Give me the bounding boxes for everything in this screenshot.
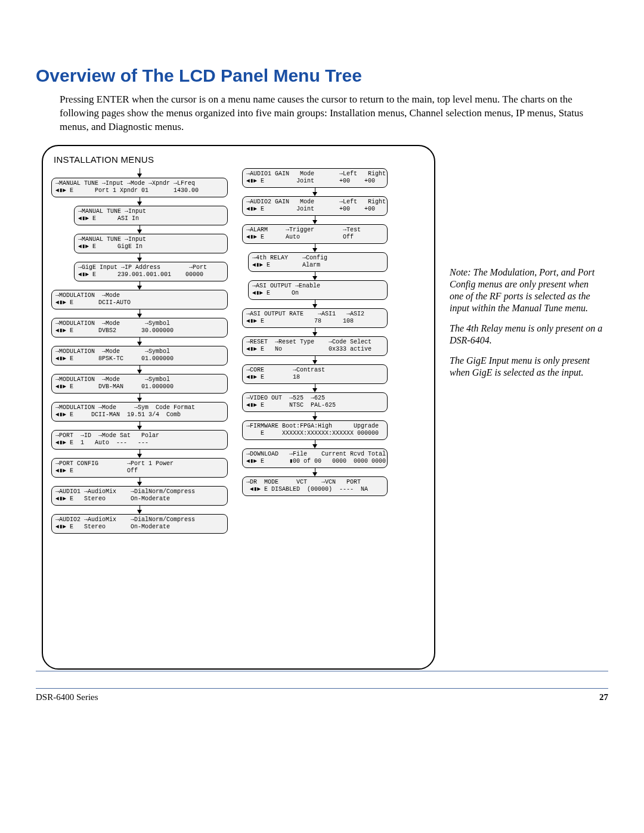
menu-box: →DOWNLOAD →File Current Rcvd Total ◄▮► E… xyxy=(242,448,388,468)
side-note: The 4th Relay menu is only present on a … xyxy=(450,323,603,346)
menu-box: →AUDIO1 GAIN Mode →Left Right ◄▮► E Join… xyxy=(242,168,388,188)
diagram-and-notes: INSTALLATION MENUS →MANUAL TUNE →Input →… xyxy=(36,145,608,670)
menu-box: →GigE Input →IP Address →Port ◄▮► E 239.… xyxy=(74,262,228,281)
menu-column-right: →AUDIO1 GAIN Mode →Left Right ◄▮► E Join… xyxy=(242,168,388,496)
menu-column-left: →MANUAL TUNE →Input →Mode →Xpndr →LFreq … xyxy=(51,168,228,534)
side-notes: Note: The Modulation, Port, and Port Con… xyxy=(450,267,603,387)
menu-box: →FIRMWARE Boot:FPGA:High Upgrade E XXXXX… xyxy=(242,420,388,440)
menu-box: →MODULATION →Mode ◄▮► E DCII-AUTO xyxy=(51,290,228,309)
menu-box: →DR MODE VCT →VCN PORT ◄▮► E DISABLED (0… xyxy=(242,476,388,496)
footer-page-number: 27 xyxy=(599,692,608,702)
menu-box: →4th RELAY →Config ◄▮► E Alarm xyxy=(248,252,388,272)
menu-box: →PORT CONFIG →Port 1 Power ◄▮► E Off xyxy=(51,458,228,478)
menu-box: →AUDIO2 GAIN Mode →Left Right ◄▮► E Join… xyxy=(242,196,388,216)
menu-box: →PORT →ID →Mode Sat Polar ◄▮► E 1 Auto -… xyxy=(51,430,228,450)
menu-box: →MODULATION →Mode →Symbol ◄▮► E DVBS2 30… xyxy=(51,318,228,337)
menu-box: →CORE →Contrast ◄▮► E 18 xyxy=(242,364,388,384)
menu-box: →ASI OUTPUT →Enable ◄▮► E On xyxy=(248,280,388,300)
menu-box: →MANUAL TUNE →Input ◄▮► E GigE In xyxy=(74,234,228,253)
menu-box: →ASI OUTPUT RATE →ASI1 →ASI2 ◄▮► E 78 10… xyxy=(242,308,388,328)
menu-box: →MANUAL TUNE →Input →Mode →Xpndr →LFreq … xyxy=(51,178,228,197)
side-note: Note: The Modulation, Port, and Port Con… xyxy=(450,267,603,314)
menu-box: →MODULATION →Mode →Sym Code Format ◄▮► E… xyxy=(51,402,228,422)
menu-box: →MODULATION →Mode →Symbol ◄▮► E 8PSK-TC … xyxy=(51,346,228,366)
menu-box: →AUDIO1 →AudioMix →DialNorm/Compress ◄▮►… xyxy=(51,486,228,506)
intro-paragraph: Pressing ENTER when the cursor is on a m… xyxy=(60,93,608,134)
footer-series: DSR-6400 Series xyxy=(36,692,98,702)
menu-box: →ALARM →Trigger →Test ◄▮► E Auto Off xyxy=(242,224,388,244)
menu-box: →MANUAL TUNE →Input ◄▮► E ASI In xyxy=(74,206,228,225)
menu-box: →AUDIO2 →AudioMix →DialNorm/Compress ◄▮►… xyxy=(51,514,228,534)
side-note: The GigE Input menu is only present when… xyxy=(450,355,603,379)
page-title: Overview of The LCD Panel Menu Tree xyxy=(36,66,608,86)
footer-rule xyxy=(36,671,608,671)
menu-box: →RESET →Reset Type →Code Select ◄▮► E No… xyxy=(242,336,388,356)
menu-box: →VIDEO OUT →525 →625 ◄▮► E NTSC PAL-625 xyxy=(242,392,388,412)
menu-box: →MODULATION →Mode →Symbol ◄▮► E DVB-MAN … xyxy=(51,374,228,394)
diagram-title: INSTALLATION MENUS xyxy=(54,154,426,165)
page-footer: DSR-6400 Series 27 xyxy=(36,688,608,702)
installation-menus-diagram: INSTALLATION MENUS →MANUAL TUNE →Input →… xyxy=(42,145,435,670)
